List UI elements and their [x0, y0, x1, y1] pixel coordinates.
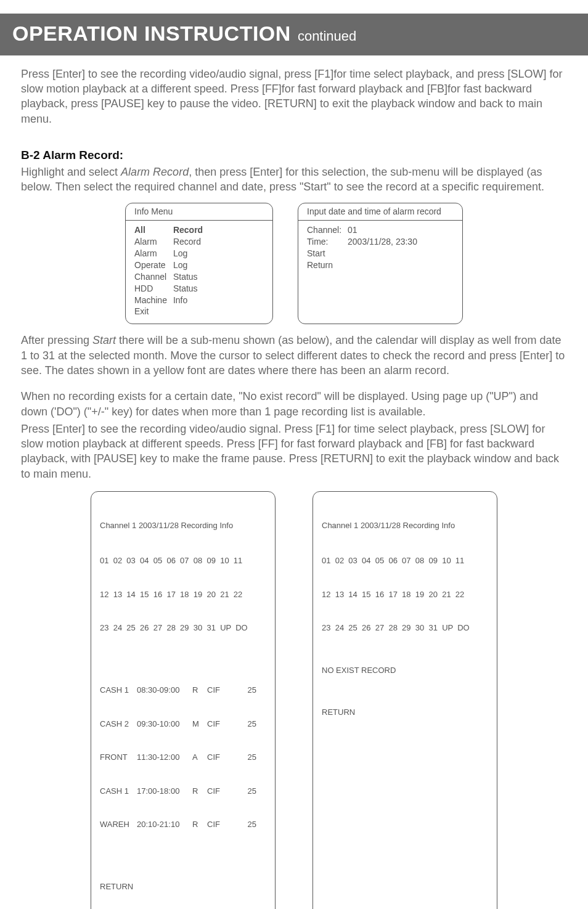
info-menu-left-4: Channel [134, 271, 167, 283]
para2-pre: Highlight and select [21, 166, 121, 178]
para3-italic: Start [92, 334, 116, 346]
rec-3-m: R [192, 786, 207, 797]
paragraph-4: When no recording exists for a certain d… [21, 389, 567, 419]
input-labels-col: Channel: Time: Start Return [307, 224, 341, 271]
rec-0-fmt: CIF [207, 685, 232, 696]
input-label-1: Time: [307, 236, 341, 248]
rec-4-fmt: CIF [207, 819, 232, 830]
recording-list-title: Channel 1 2003/11/28 Recording Info [100, 520, 266, 531]
rec-row-2: FRONT 11:30-12:00 A CIF 25 [100, 752, 266, 763]
paragraph-2: Highlight and select Alarm Record, then … [21, 165, 567, 195]
rec-0-time: 08:30-09:00 [137, 685, 192, 696]
rec-1-size: 25 [232, 719, 256, 730]
header-title: OPERATION INSTRUCTION [12, 22, 291, 45]
info-menu-right-3: Log [173, 259, 203, 271]
rec-4-size: 25 [232, 819, 256, 830]
info-menu-left-6: Machine [134, 295, 167, 306]
recording-list-return: RETURN [100, 881, 266, 892]
info-menu-right-0: Record [173, 224, 203, 236]
rec-1-m: M [192, 719, 207, 730]
input-value-1: 2003/11/28, 23:30 [348, 236, 417, 248]
paragraph-1: Press [Enter] to see the recording video… [21, 67, 567, 126]
no-exist-box: Channel 1 2003/11/28 Recording Info 01 0… [312, 491, 497, 909]
info-menu-right-5: Status [173, 283, 203, 295]
info-menu-left-col: All Alarm Alarm Operate Channel HDD Mach… [134, 224, 167, 317]
no-exist-record: NO EXIST RECORD [322, 665, 488, 676]
info-menu-right-1: Record [173, 236, 203, 248]
para3-pre: After pressing [21, 334, 92, 346]
info-menu-left-2: Alarm [134, 248, 167, 259]
cal2-row1: 01 02 03 04 05 06 07 08 09 10 11 [322, 555, 488, 566]
rec-2-fmt: CIF [207, 752, 232, 763]
menu-row: Info Menu All Alarm Alarm Operate Channe… [21, 203, 567, 324]
rec-1-loc: CASH 2 [100, 719, 137, 730]
info-menu-left-0: All [134, 224, 167, 236]
cal2-row3: 23 24 25 26 27 28 29 30 31 UP DO [322, 622, 488, 634]
cal2-row2: 12 13 14 15 16 17 18 19 20 21 22 [322, 589, 488, 600]
paragraph-3: After pressing Start there will be a sub… [21, 333, 567, 378]
section-heading-b2: B-2 Alarm Record: [21, 147, 567, 163]
input-label-3: Return [307, 259, 341, 271]
lower-row: Channel 1 2003/11/28 Recording Info 01 0… [21, 491, 567, 909]
rec-2-loc: FRONT [100, 752, 137, 763]
rec-4-m: R [192, 819, 207, 830]
input-value-0: 01 [348, 224, 417, 236]
input-datetime-title: Input date and time of alarm record [298, 203, 462, 221]
paragraph-5: Press [Enter] to see the recording video… [21, 422, 567, 481]
input-label-2: Start [307, 248, 341, 259]
page-header: OPERATION INSTRUCTION continued [0, 14, 588, 55]
input-datetime-box: Input date and time of alarm record Chan… [298, 203, 463, 324]
info-menu-title: Info Menu [126, 203, 272, 221]
header-subtitle: continued [298, 28, 356, 44]
rec-row-4: WAREH 20:10-21:10 R CIF 25 [100, 819, 266, 830]
rec-4-time: 20:10-21:10 [137, 819, 192, 830]
info-menu-left-5: HDD [134, 283, 167, 295]
info-menu-box: Info Menu All Alarm Alarm Operate Channe… [125, 203, 273, 324]
no-exist-return: RETURN [322, 707, 488, 718]
no-exist-title: Channel 1 2003/11/28 Recording Info [322, 520, 488, 531]
rec-0-m: R [192, 685, 207, 696]
rec-1-time: 09:30-10:00 [137, 719, 192, 730]
rec-3-loc: CASH 1 [100, 786, 137, 797]
recording-table: CASH 1 08:30-09:00 R CIF 25 CASH 2 09:30… [100, 662, 266, 853]
rec-3-time: 17:00-18:00 [137, 786, 192, 797]
info-menu-right-4: Status [173, 271, 203, 283]
recording-list-box: Channel 1 2003/11/28 Recording Info 01 0… [91, 491, 276, 909]
rec-0-loc: CASH 1 [100, 685, 137, 696]
input-values-col: 01 2003/11/28, 23:30 [348, 224, 417, 271]
rec-0-size: 25 [232, 685, 256, 696]
rec-row-3: CASH 1 17:00-18:00 R CIF 25 [100, 786, 266, 797]
cal1-row1: 01 02 03 04 05 06 07 08 09 10 11 [100, 555, 266, 566]
info-menu-right-col: Record Record Log Log Status Status Info [173, 224, 203, 317]
rec-1-fmt: CIF [207, 719, 232, 730]
cal1-row3: 23 24 25 26 27 28 29 30 31 UP DO [100, 622, 266, 634]
rec-3-size: 25 [232, 786, 256, 797]
input-label-0: Channel: [307, 224, 341, 236]
rec-2-time: 11:30-12:00 [137, 752, 192, 763]
rec-row-1: CASH 2 09:30-10:00 M CIF 25 [100, 719, 266, 730]
info-menu-right-6: Info [173, 295, 203, 306]
rec-2-size: 25 [232, 752, 256, 763]
rec-row-0: CASH 1 08:30-09:00 R CIF 25 [100, 685, 266, 696]
content-area: Press [Enter] to see the recording video… [0, 55, 588, 909]
info-menu-left-7: Exit [134, 306, 167, 317]
cal1-row2: 12 13 14 15 16 17 18 19 20 21 22 [100, 589, 266, 600]
rec-4-loc: WAREH [100, 819, 137, 830]
rec-2-m: A [192, 752, 207, 763]
info-menu-left-3: Operate [134, 259, 167, 271]
para2-italic: Alarm Record [121, 166, 189, 178]
info-menu-left-1: Alarm [134, 236, 167, 248]
info-menu-right-2: Log [173, 248, 203, 259]
rec-3-fmt: CIF [207, 786, 232, 797]
